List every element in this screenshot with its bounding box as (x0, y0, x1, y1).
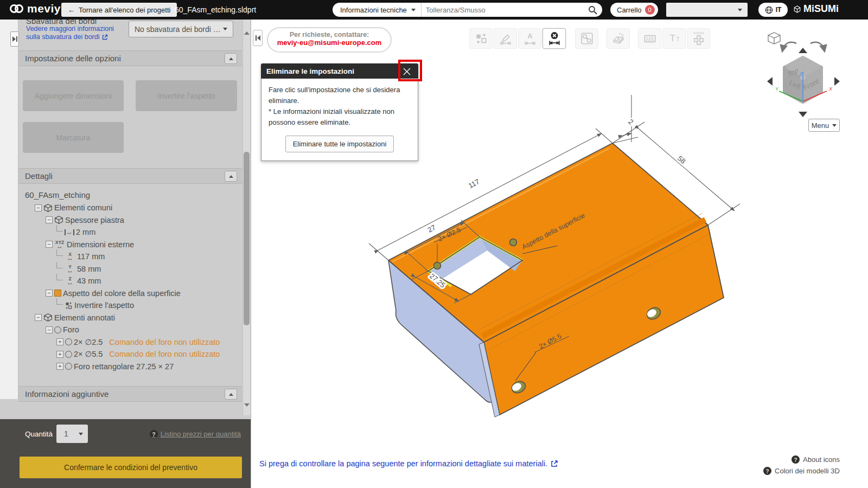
tree-connector (56, 249, 63, 256)
tree-node-rect-hole[interactable]: + Foro rettangolare 27.25 × 27 (20, 361, 242, 373)
small-hole-2[interactable] (510, 239, 517, 246)
tree-node-annotated-elements[interactable]: − Elementi annotati (20, 312, 242, 324)
meviy-logo[interactable]: meviy (9, 2, 61, 15)
edge-deburr-info-link[interactable]: Vedere maggiori informazioni (26, 25, 114, 33)
search-icon[interactable] (588, 5, 597, 15)
cart-count-badge: 0 (645, 5, 655, 15)
rotate-right-arrow[interactable] (834, 77, 840, 86)
rotate-up-arrow[interactable] (799, 48, 807, 53)
dim-58[interactable]: 58 (676, 154, 687, 165)
section-additional-title: Informazioni aggiuntive (25, 389, 108, 399)
svg-text:T: T (669, 33, 675, 43)
about-icons-link[interactable]: ? About icons (792, 455, 840, 464)
toolbar-text-button[interactable]: T T (662, 28, 686, 49)
quantity-value: 1 (64, 429, 68, 438)
expander-icon[interactable]: − (46, 290, 53, 297)
text-tt-icon: T T (667, 31, 681, 46)
small-hole-1[interactable] (434, 262, 441, 269)
hole-icon (54, 326, 61, 333)
expander-icon[interactable]: − (35, 204, 42, 211)
expander-icon[interactable]: + (56, 351, 63, 358)
search-input[interactable] (422, 6, 588, 14)
expander-icon[interactable]: + (56, 338, 63, 345)
tree-node-dim-y[interactable]: Y↔ 58 mm (20, 263, 242, 275)
project-select[interactable] (666, 3, 748, 17)
quantity-select[interactable]: 1 (56, 425, 88, 443)
rotate-cw-icon[interactable] (810, 42, 825, 52)
tree-node-invert-aspect[interactable]: Invertire l'aspetto (20, 299, 242, 312)
expander-icon[interactable]: − (35, 314, 42, 321)
sidebar-expand-handle[interactable] (10, 31, 19, 47)
tree-node-surface-color[interactable]: − Aspetto del colore della superficie (20, 287, 242, 300)
toolbar-marking-button[interactable]: A (607, 28, 630, 49)
sidebar-scrollbar-thumb[interactable] (244, 152, 250, 325)
tree-root-node[interactable]: 60_FAsm_etching (20, 188, 242, 202)
materials-info-link[interactable]: Si prega di controllare la pagina seguen… (259, 459, 558, 468)
tree-node-hole-25[interactable]: + 2× ∅2.5 Comando del foro non utilizzat… (20, 336, 242, 349)
tree-node-hole-55[interactable]: + 2× ∅5.5 Comando del foro non utilizzat… (20, 348, 242, 361)
confirm-quote-button[interactable]: Confermare le condizioni del preventivo (20, 457, 242, 478)
expander-icon[interactable]: + (56, 363, 63, 370)
model-colors-link[interactable]: ? Colori dei modelli 3D (763, 467, 840, 475)
scroll-up-arrow[interactable] (244, 22, 250, 32)
edge-deburr-info-link2[interactable]: sulla sbavatura dei bordi (26, 33, 108, 41)
svg-text:123: 123 (646, 36, 654, 40)
tree-label: Invertire l'aspetto (74, 301, 134, 310)
dim-117[interactable]: 117 (467, 177, 481, 190)
marking-button[interactable]: Marcatura (23, 122, 124, 153)
tree-node-external-dimensions[interactable]: − XYZ↔ Dimensioni esterne (20, 239, 242, 251)
dim-27[interactable]: 27 (426, 223, 437, 234)
language-button[interactable]: IT (758, 3, 788, 17)
toolbar-delete-dimension-button[interactable] (542, 28, 566, 49)
toolbar-measure-button[interactable]: 123 (638, 28, 661, 49)
external-link-icon (551, 460, 558, 467)
add-dimensions-button[interactable]: Aggiungere dimensioni (23, 80, 124, 111)
view-menu-button[interactable]: Menu (808, 119, 840, 132)
dim-2[interactable]: 2 (627, 117, 635, 126)
section-options-header[interactable]: Impostazione delle opzioni (18, 50, 242, 66)
cart-button[interactable]: Carrello 0 (610, 3, 658, 17)
iso-view-icon[interactable] (768, 33, 780, 44)
tree-connector (56, 262, 63, 268)
misumi-logo[interactable]: MiSUMi (793, 3, 839, 15)
delete-all-settings-button[interactable]: Eliminare tutte le impostazioni (285, 136, 394, 152)
expander-icon[interactable]: − (46, 326, 53, 333)
tree-node-dim-x[interactable]: X↔ 117 mm (20, 251, 242, 263)
tree-node-dim-z[interactable]: Z↔ 43 mm (20, 275, 242, 287)
quantity-price-list-link[interactable]: ? Listino prezzi per quantità (150, 430, 241, 438)
expander-icon[interactable]: − (46, 216, 53, 223)
hole-icon (65, 363, 72, 370)
rotate-down-arrow[interactable] (799, 112, 807, 117)
tree-node-hole[interactable]: − Foro (20, 324, 242, 336)
invert-aspect-button[interactable]: Invertire l'aspetto (136, 80, 237, 111)
materials-link-text: Si prega di controllare la pagina seguen… (259, 459, 547, 468)
tree-node-thickness-value[interactable]: ↔ 2 mm (20, 226, 242, 239)
invert-aspect-icon (474, 31, 488, 46)
deburr-select[interactable]: No sbavatura dei bordi … (129, 21, 233, 37)
contact-email-link[interactable]: meviy-eu@misumi-europe.com (268, 38, 391, 47)
tree-label: Dimensioni esterne (67, 240, 134, 249)
toolbar-annotation-dimension-button[interactable]: A (518, 28, 541, 49)
section-details-header[interactable]: Dettagli (18, 168, 242, 184)
collapse-button[interactable] (225, 171, 237, 182)
section-additional-header[interactable]: Informazioni aggiuntive (18, 386, 242, 402)
collapse-button[interactable] (225, 389, 237, 400)
search-category-select[interactable]: Informazioni tecniche (333, 3, 422, 17)
expander-icon[interactable]: − (46, 241, 53, 248)
panel-collapse-handle[interactable] (253, 30, 263, 46)
scroll-down-arrow[interactable] (244, 407, 250, 416)
collapse-button[interactable] (225, 53, 237, 64)
toolbar-edit-dimension-button[interactable] (494, 28, 517, 49)
toolbar-hole-group-button[interactable] (575, 28, 598, 49)
rotate-ccw-icon[interactable] (782, 42, 796, 52)
top-bar: meviy ← Tornare all'elenco dei progetti … (0, 0, 868, 20)
tree-node-common-elements[interactable]: − Elementi comuni (20, 202, 242, 214)
toolbar-invert-aspect-button[interactable] (469, 28, 493, 49)
toolbar-six-views-button[interactable]: 6VIEWS (687, 28, 710, 49)
svg-text:6VIEWS: 6VIEWS (693, 31, 704, 35)
logo-text: meviy (27, 2, 61, 15)
meviy-logo-icon (9, 4, 25, 14)
tree-node-plate-thickness[interactable]: − Spessore piastra (20, 214, 242, 227)
rotate-left-arrow[interactable] (767, 77, 773, 86)
back-to-projects-button[interactable]: ← Tornare all'elenco dei progetti (61, 3, 177, 17)
